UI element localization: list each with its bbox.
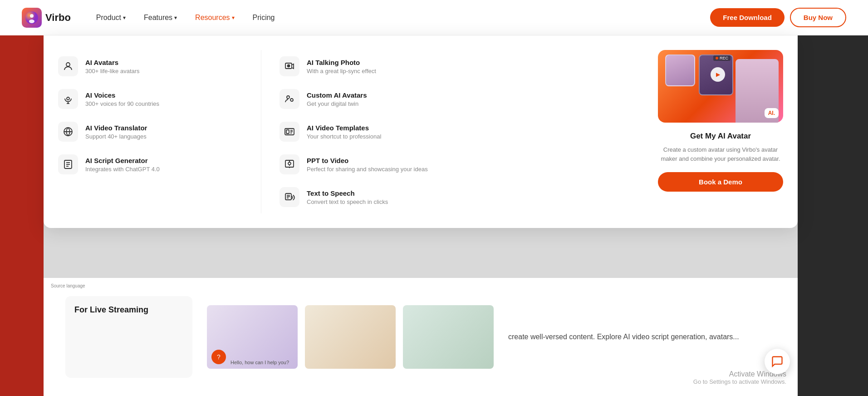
dropdown-left-column: AI Avatars 300+ life-like avatars AI Voi…	[44, 50, 261, 213]
menu-ai-avatars[interactable]: AI Avatars 300+ life-like avatars	[58, 50, 246, 83]
rec-badge: REC	[713, 55, 731, 61]
dropdown-middle-column: AI Talking Photo With a great lip-sync e…	[261, 50, 643, 213]
nav-pricing[interactable]: Pricing	[245, 10, 282, 25]
svg-point-3	[66, 63, 70, 66]
avatar-card-description: Create a custom avatar using Virbo's ava…	[658, 145, 783, 163]
preview-card-3	[403, 305, 494, 369]
svg-point-4	[67, 97, 69, 100]
dropdown-menu: AI Avatars 300+ life-like avatars AI Voi…	[44, 35, 798, 228]
menu-ai-video-translator[interactable]: AI Video Translator Support 40+ language…	[58, 115, 246, 148]
logo-icon	[22, 8, 42, 28]
nav-bar: Product ▾ Features ▾ Resources ▾ Pricing	[89, 10, 710, 25]
free-download-button[interactable]: Free Download	[710, 8, 785, 27]
menu-text-to-speech[interactable]: Text to Speech Convert text to speech in…	[280, 181, 625, 213]
nav-product[interactable]: Product ▾	[89, 10, 133, 25]
menu-custom-ai-avatars[interactable]: Custom AI Avatars Get your digital twin	[280, 83, 625, 115]
play-button[interactable]: ▶	[711, 67, 725, 82]
custom-avatar-icon	[280, 89, 299, 109]
card-caption-1: Hello, how can I help you?	[230, 360, 289, 365]
resources-chevron-icon: ▾	[232, 15, 235, 21]
book-demo-button[interactable]: Book a Demo	[658, 172, 783, 192]
logo-text: Virbo	[45, 12, 71, 24]
logo[interactable]: Virbo	[22, 8, 71, 28]
script-icon	[58, 154, 78, 174]
chat-icon	[771, 355, 784, 368]
source-language-label: Source language	[47, 282, 89, 290]
avatar-card-title: Get My AI Avatar	[658, 132, 783, 141]
menu-ai-talking-photo[interactable]: AI Talking Photo With a great lip-sync e…	[280, 50, 625, 83]
bottom-content-area: For Live Streaming ? Hello, how can I he…	[44, 278, 798, 396]
bottom-description: create well-versed content. Explore AI v…	[508, 331, 776, 343]
avatar-icon	[58, 56, 78, 76]
menu-ppt-to-video[interactable]: PPT to Video Perfect for sharing and sho…	[280, 148, 625, 181]
bottom-preview-cards: ? Hello, how can I help you? Source lang…	[207, 305, 494, 369]
header-actions: Free Download Buy Now	[710, 8, 846, 27]
nav-resources[interactable]: Resources ▾	[188, 10, 241, 25]
left-strip	[0, 0, 44, 396]
svg-point-15	[287, 96, 289, 99]
ppt-icon	[280, 154, 299, 174]
tts-icon	[280, 187, 299, 207]
live-streaming-title: For Live Streaming	[74, 305, 183, 315]
features-chevron-icon: ▾	[174, 15, 177, 21]
nav-features[interactable]: Features ▾	[137, 10, 184, 25]
menu-ai-script-generator[interactable]: AI Script Generator Integrates with Chat…	[58, 148, 246, 181]
close-button[interactable]: ✕	[846, 5, 863, 22]
product-chevron-icon: ▾	[123, 15, 126, 21]
translate-icon	[58, 122, 78, 142]
right-strip	[798, 0, 868, 396]
voice-icon	[58, 89, 78, 109]
chat-support-button[interactable]	[765, 349, 790, 374]
preview-card-1: ? Hello, how can I help you?	[207, 305, 298, 369]
avatar-preview-card: ▶ REC AI.	[658, 50, 783, 123]
avatar-thumb-small	[665, 54, 695, 86]
video-templates-icon	[280, 122, 299, 142]
bottom-text-content: create well-versed content. Explore AI v…	[508, 331, 776, 343]
svg-point-2	[29, 20, 34, 23]
menu-ai-voices[interactable]: AI Voices 300+ voices for 90 countries	[58, 83, 246, 115]
preview-card-2: Source language	[305, 305, 396, 369]
watermark-line2: Go to Settings to activate Windows.	[693, 378, 786, 385]
svg-point-14	[288, 65, 289, 66]
svg-point-23	[288, 162, 291, 165]
svg-rect-18	[286, 130, 289, 134]
dropdown-right-panel: ▶ REC AI. Get My AI Avatar Create a cust…	[643, 50, 798, 213]
help-icon: ?	[211, 350, 226, 364]
menu-ai-video-templates[interactable]: AI Video Templates Your shortcut to prof…	[280, 115, 625, 148]
svg-point-1	[30, 14, 34, 18]
header: Virbo Product ▾ Features ▾ Resources ▾ P…	[0, 0, 868, 35]
talking-photo-icon	[280, 56, 299, 76]
ai-badge: AI.	[765, 108, 779, 118]
live-streaming-card: For Live Streaming	[65, 296, 192, 378]
buy-now-button[interactable]: Buy Now	[790, 8, 846, 27]
